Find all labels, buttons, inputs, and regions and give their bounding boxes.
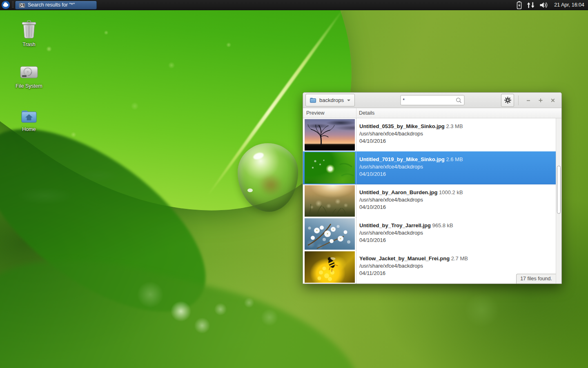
close-button[interactable] (548, 95, 557, 105)
file-path: /usr/share/xfce4/backdrops (359, 196, 554, 204)
file-size: 2.6 MB (446, 156, 463, 162)
applications-menu-button[interactable] (1, 0, 10, 9)
file-size: 1000.2 kB (439, 189, 463, 195)
close-icon (550, 98, 555, 103)
vertical-scrollbar[interactable] (556, 118, 561, 284)
column-header-details[interactable]: Details (356, 108, 561, 118)
file-path: /usr/share/xfce4/backdrops (359, 163, 554, 171)
file-path: /usr/share/xfce4/backdrops (359, 130, 554, 137)
panel-handle[interactable] (12, 1, 14, 9)
location-folder-dropdown[interactable]: backdrops (305, 94, 355, 106)
file-name: Untitled_by_Troy_Jarrell.jpg (359, 222, 431, 228)
file-path: /usr/share/xfce4/backdrops (359, 229, 554, 237)
gear-icon (504, 97, 511, 104)
chevron-down-icon (347, 99, 351, 102)
settings-button[interactable] (501, 94, 514, 107)
thumbnail-tree-at-dusk (305, 119, 355, 151)
headerbar-separator (518, 95, 519, 105)
system-tray: 21 Apr, 16:04 (517, 1, 588, 9)
file-date: 04/10/2016 (359, 137, 554, 145)
desktop-icon-label: File System (16, 83, 42, 89)
file-path: /usr/share/xfce4/backdrops (359, 262, 554, 270)
volume-icon[interactable] (539, 2, 548, 9)
file-name: Yellow_Jacket_by_Manuel_Frei.png (359, 255, 450, 262)
maximize-button[interactable] (536, 95, 545, 105)
trash-icon (20, 20, 38, 39)
home-folder-icon (20, 108, 38, 124)
search-input[interactable] (403, 97, 455, 103)
taskbar-window-button[interactable]: Search results for "*" (15, 1, 97, 9)
panel-clock[interactable]: 21 Apr, 16:04 (554, 2, 584, 8)
search-results-list: Untitled_0535_by_Mike_Sinko.jpg 2.3 MB /… (303, 118, 561, 284)
desktop-icon-trash[interactable]: Trash (9, 20, 49, 47)
status-bar: 17 files found. (516, 274, 556, 284)
file-name: Untitled_0535_by_Mike_Sinko.jpg (359, 123, 445, 129)
desktop-icon-label: Home (22, 126, 36, 132)
blue-folder-icon (310, 97, 316, 103)
minimize-button[interactable] (524, 95, 533, 105)
result-row[interactable]: Untitled_0535_by_Mike_Sinko.jpg 2.3 MB /… (303, 118, 556, 151)
thumbnail-white-blossoms (305, 218, 355, 250)
file-name: Untitled_by_Aaron_Burden.jpg (359, 189, 437, 195)
file-date: 04/10/2016 (359, 171, 554, 178)
maximize-icon (538, 98, 543, 103)
search-folder-icon (19, 2, 25, 8)
catfish-search-window: backdrops (303, 92, 562, 284)
headerbar-controls (501, 94, 559, 107)
result-row[interactable]: Untitled_by_Troy_Jarrell.jpg 965.8 kB /u… (303, 217, 556, 251)
list-column-headers: Preview Details (303, 108, 561, 118)
battery-charging-icon[interactable] (517, 1, 522, 9)
top-panel: Search results for "*" 21 Apr, 16:04 (0, 0, 588, 10)
column-header-preview[interactable]: Preview (303, 108, 356, 118)
file-size: 2.3 MB (446, 123, 463, 129)
result-row-selected[interactable]: Untitled_7019_by_Mike_Sinko.jpg 2.6 MB /… (303, 151, 556, 184)
minimize-icon (526, 98, 531, 103)
desktop-icon-label: Trash (22, 42, 36, 47)
scrollbar-thumb[interactable] (557, 166, 561, 214)
file-name: Untitled_7019_by_Mike_Sinko.jpg (359, 156, 445, 162)
xubuntu-logo-icon (1, 0, 10, 9)
taskbar-window-button-label: Search results for "*" (28, 2, 75, 8)
search-field[interactable] (400, 95, 464, 105)
window-headerbar: backdrops (303, 93, 561, 108)
file-date: 04/10/2016 (359, 204, 554, 211)
thumbnail-green-leaf-droplet (305, 152, 355, 184)
file-size: 965.8 kB (432, 222, 453, 228)
file-size: 2.7 MB (451, 255, 468, 262)
hard-drive-icon (20, 64, 38, 81)
network-transfer-arrows-icon[interactable] (526, 2, 535, 9)
desktop-icon-file-system[interactable]: File System (9, 64, 49, 89)
result-row[interactable]: Untitled_by_Aaron_Burden.jpg 1000.2 kB /… (303, 184, 556, 217)
thumbnail-grass-bokeh (305, 185, 355, 217)
search-icon (455, 97, 462, 104)
location-folder-label: backdrops (319, 97, 344, 103)
file-date: 04/10/2016 (359, 237, 554, 244)
desktop-icon-home[interactable]: Home (9, 108, 49, 132)
thumbnail-yellow-jacket-flower (305, 251, 355, 283)
